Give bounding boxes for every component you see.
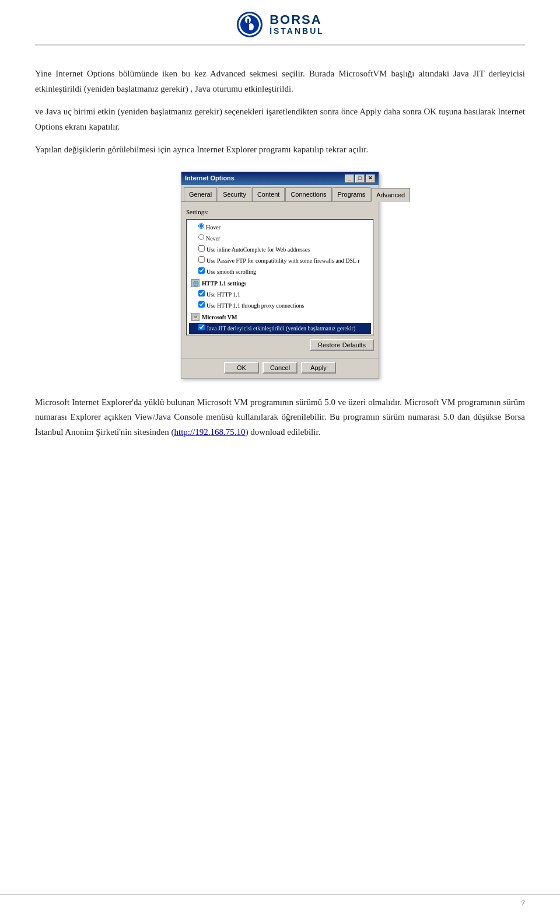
page-footer: 7 <box>0 894 560 908</box>
settings-item-never: Never <box>189 233 371 244</box>
settings-label: Settings: <box>186 207 374 218</box>
paragraph-4: Microsoft Internet Explorer'da yüklü bul… <box>35 395 525 440</box>
tab-content[interactable]: Content <box>252 187 285 202</box>
dialog-titlebar: Internet Options _ □ ✕ <box>181 172 379 185</box>
settings-item-autocomplete: Use inline AutoComplete for Web addresse… <box>189 244 371 255</box>
paragraph-1: Yine Internet Options bölümünde iken bu … <box>35 67 525 96</box>
checkbox-http11-proxy[interactable] <box>198 301 205 308</box>
settings-item-java-jit: Java JIT derleyicisi etkinleştirildi (ye… <box>189 323 371 334</box>
main-content: Yine Internet Options bölümünde iken bu … <box>35 67 525 440</box>
checkbox-http11[interactable] <box>198 290 205 297</box>
checkbox-smooth-scroll[interactable] <box>198 267 205 274</box>
logo-borsa: BORSA <box>270 13 321 27</box>
settings-item-hover: Hover <box>189 222 371 233</box>
tab-security[interactable]: Security <box>218 187 251 202</box>
page-header: BORSA İSTANBUL <box>35 0 525 46</box>
settings-item-java-oturum: Java oturumu etkinleştirildi <box>189 334 371 336</box>
dialog-title: Internet Options <box>185 173 235 184</box>
settings-item-smooth-scroll: Use smooth scrolling <box>189 266 371 277</box>
logo-container: BORSA İSTANBUL <box>236 11 324 39</box>
checkbox-java-oturum[interactable] <box>198 335 205 336</box>
logo-text: BORSA İSTANBUL <box>270 13 324 36</box>
tab-advanced[interactable]: Advanced <box>371 188 410 203</box>
dialog-minimize-button[interactable]: _ <box>345 175 354 183</box>
radio-hover[interactable] <box>198 223 204 229</box>
tab-programs[interactable]: Programs <box>332 187 371 202</box>
settings-item-passive-ftp: Use Passive FTP for compatibility with s… <box>189 255 371 266</box>
http-group-icon: 🌐 <box>191 279 200 287</box>
tab-connections[interactable]: Connections <box>285 187 331 202</box>
settings-listbox[interactable]: Hover Never Use inline AutoComplete for … <box>186 219 374 336</box>
page-number: 7 <box>522 898 526 908</box>
msvm-group-icon: ☕ <box>191 313 200 321</box>
checkbox-autocomplete[interactable] <box>198 245 205 252</box>
restore-defaults-row: Restore Defaults <box>186 339 374 351</box>
svg-rect-5 <box>247 19 249 30</box>
dialog-tabs: General Security Content Connections Pro… <box>181 185 379 203</box>
dialog-body: Settings: Hover Never Use inline AutoCom… <box>181 202 379 358</box>
borsa-istanbul-logo-icon <box>236 11 264 39</box>
ok-button[interactable]: OK <box>224 362 259 374</box>
download-link[interactable]: http://192.168.75.10 <box>174 427 246 437</box>
http-settings-group: 🌐 HTTP 1.1 settings <box>189 277 371 289</box>
restore-defaults-button[interactable]: Restore Defaults <box>310 339 374 351</box>
dialog-titlebar-buttons: _ □ ✕ <box>345 175 375 183</box>
msvm-settings-group: ☕ Microsoft VM <box>189 311 371 323</box>
dialog-close-button[interactable]: ✕ <box>366 175 375 183</box>
settings-listbox-container: Hover Never Use inline AutoComplete for … <box>186 219 374 336</box>
cancel-button[interactable]: Cancel <box>262 362 298 374</box>
settings-item-http11: Use HTTP 1.1 <box>189 289 371 300</box>
apply-button[interactable]: Apply <box>301 362 336 374</box>
paragraph-3: Yapılan değişiklerin görülebilmesi için … <box>35 142 525 158</box>
logo-istanbul: İSTANBUL <box>270 27 324 36</box>
dialog-bottom-buttons: OK Cancel Apply <box>181 358 379 378</box>
dialog-maximize-button[interactable]: □ <box>355 175 365 183</box>
paragraph-2: ve Java uç birimi etkin (yeniden başlatm… <box>35 104 525 134</box>
settings-item-http11-proxy: Use HTTP 1.1 through proxy connections <box>189 300 371 311</box>
radio-never[interactable] <box>198 234 204 240</box>
tab-general[interactable]: General <box>184 187 217 202</box>
checkbox-java-jit[interactable] <box>198 324 205 330</box>
page-container: BORSA İSTANBUL Yine Internet Options böl… <box>0 0 560 924</box>
internet-options-dialog-screenshot: Internet Options _ □ ✕ General Security … <box>181 172 379 379</box>
checkbox-passive-ftp[interactable] <box>198 256 205 263</box>
